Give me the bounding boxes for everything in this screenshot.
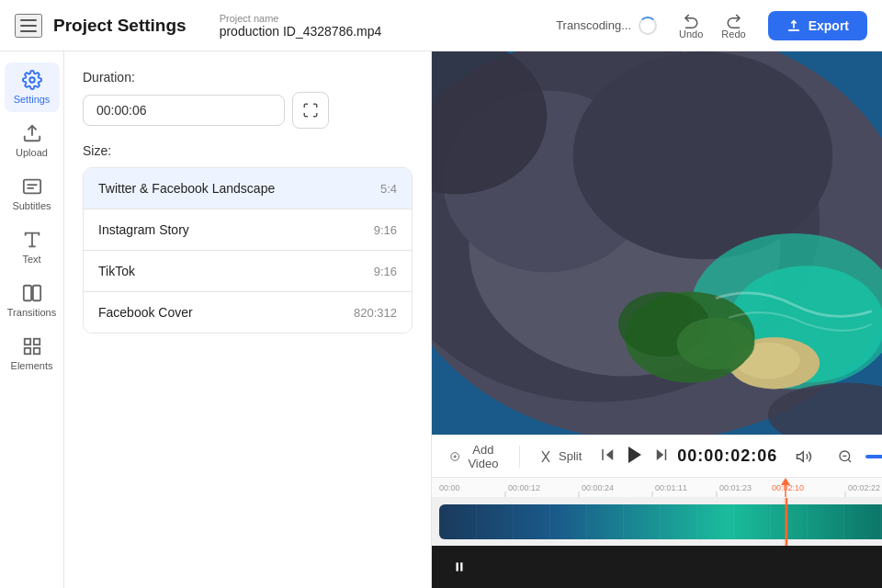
size-item-ratio-tiktok: 9:16: [374, 265, 397, 278]
undo-button[interactable]: Undo: [672, 8, 710, 43]
main-area: Settings Upload Subtitles Text Transitio…: [0, 51, 882, 588]
svg-rect-13: [33, 348, 39, 354]
svg-text:00:01:11: 00:01:11: [655, 483, 687, 492]
svg-text:00:02:10: 00:02:10: [772, 483, 804, 492]
play-button[interactable]: [624, 444, 646, 469]
svg-point-19: [573, 51, 833, 259]
skip-back-button[interactable]: [600, 447, 616, 466]
bottom-bar: +: [432, 546, 882, 588]
play-section: 00:00:02:06: [600, 444, 777, 469]
size-item-instagram[interactable]: Instagram Story 9:16: [84, 209, 412, 251]
zoom-out-button[interactable]: [831, 446, 860, 468]
svg-rect-11: [33, 339, 39, 345]
svg-marker-45: [797, 451, 804, 461]
track-clip[interactable]: [439, 504, 882, 539]
svg-text:00:00:12: 00:00:12: [508, 483, 540, 492]
svg-rect-12: [24, 348, 29, 354]
svg-line-47: [848, 459, 851, 462]
svg-text:00:01:23: 00:01:23: [719, 483, 752, 492]
controls-divider: [519, 446, 520, 468]
svg-text:00:02:22: 00:02:22: [848, 483, 880, 492]
sidebar: Settings Upload Subtitles Text Transitio…: [0, 51, 64, 588]
zoom-area: [831, 446, 882, 468]
size-item-name-facebook-cover: Facebook Cover: [98, 305, 193, 320]
duration-section: Duration:: [83, 70, 413, 129]
topbar-actions: Transcoding... Undo Redo Export: [556, 8, 867, 43]
size-item-facebook-cover[interactable]: Facebook Cover 820:312: [84, 292, 412, 333]
add-video-label: Add Video: [465, 443, 501, 470]
timeline-ruler: 00:00 00:00:12 00:00:24 00:01:11 00:01:2…: [432, 478, 882, 498]
svg-point-1: [29, 77, 35, 83]
svg-rect-3: [23, 180, 40, 194]
redo-button[interactable]: Redo: [714, 8, 752, 43]
aerial-photo: [432, 51, 882, 435]
size-item-twitter[interactable]: Twitter & Facebook Landscape 5:4: [84, 168, 412, 209]
sidebar-transitions-label: Transitions: [7, 307, 56, 318]
volume-button[interactable]: [788, 445, 820, 469]
size-label: Size:: [83, 143, 413, 158]
split-label: Split: [559, 449, 582, 463]
svg-point-26: [677, 318, 755, 370]
sidebar-item-upload[interactable]: Upload: [5, 116, 60, 165]
project-name-label: Project name: [220, 13, 279, 24]
svg-rect-10: [24, 339, 29, 345]
duration-label: Duration:: [83, 70, 413, 85]
sidebar-item-elements[interactable]: Elements: [5, 329, 60, 379]
play-time: 00:00:02:06: [677, 447, 777, 466]
sidebar-text-label: Text: [22, 254, 40, 265]
size-item-name-instagram: Instagram Story: [98, 222, 189, 237]
transcoding-label: Transcoding...: [556, 18, 631, 32]
skip-forward-button[interactable]: [653, 447, 670, 466]
hamburger-menu-button[interactable]: [15, 14, 42, 38]
size-item-ratio-instagram: 9:16: [374, 223, 397, 237]
duration-input[interactable]: [83, 95, 285, 126]
size-item-name-twitter: Twitter & Facebook Landscape: [98, 181, 275, 196]
page-title: Project Settings: [53, 16, 187, 36]
transcoding-status: Transcoding...: [556, 17, 657, 35]
timeline-track: [432, 498, 882, 546]
undo-redo-group: Undo Redo: [672, 8, 753, 43]
duration-row: [83, 92, 413, 129]
split-button[interactable]: Split: [531, 446, 589, 468]
timeline-area: Add Video Split 00:: [432, 435, 882, 588]
sidebar-settings-label: Settings: [14, 94, 51, 105]
svg-marker-44: [628, 447, 641, 463]
export-label: Export: [808, 18, 849, 33]
svg-text:00:00: 00:00: [439, 483, 460, 492]
volume-area: [788, 445, 820, 469]
svg-rect-81: [460, 562, 462, 571]
size-list-wrap: Twitter & Facebook Landscape 5:4 Instagr…: [83, 167, 413, 334]
sidebar-item-settings[interactable]: Settings: [5, 62, 60, 112]
left-panel: Duration: Size: Twitter & Facebook Lands…: [64, 51, 432, 588]
svg-text:00:00:24: 00:00:24: [582, 483, 614, 492]
project-name-area: Project name production ID_4328786.mp4: [201, 13, 542, 39]
size-section: Size: Twitter & Facebook Landscape 5:4 I…: [83, 143, 413, 570]
sidebar-item-text[interactable]: Text: [5, 222, 60, 272]
timeline-controls: Add Video Split 00:: [432, 435, 882, 478]
sidebar-subtitles-label: Subtitles: [12, 200, 51, 211]
export-button[interactable]: Export: [768, 11, 867, 40]
size-item-tiktok[interactable]: TikTok 9:16: [84, 251, 412, 292]
add-video-button[interactable]: Add Video: [443, 439, 508, 474]
size-item-ratio-facebook-cover: 820:312: [354, 306, 397, 320]
bottom-pause-button[interactable]: [447, 554, 472, 580]
preview-video: [432, 51, 882, 435]
size-item-name-tiktok: TikTok: [98, 264, 135, 278]
size-list: Twitter & Facebook Landscape 5:4 Instagr…: [83, 167, 413, 334]
svg-rect-8: [23, 286, 30, 301]
playhead: [786, 498, 787, 546]
topbar: Project Settings Project name production…: [0, 0, 882, 51]
transcoding-spinner: [639, 17, 657, 35]
size-item-ratio-twitter: 5:4: [380, 182, 397, 196]
project-name-value[interactable]: production ID_4328786.mp4: [220, 24, 382, 39]
sidebar-elements-label: Elements: [11, 360, 53, 371]
topbar-left: Project Settings: [15, 14, 187, 38]
preview-area: Add Video Split 00:: [432, 51, 882, 588]
svg-rect-0: [788, 29, 799, 31]
svg-rect-80: [457, 562, 458, 571]
swap-button[interactable]: [292, 92, 329, 129]
sidebar-item-subtitles[interactable]: Subtitles: [5, 169, 60, 219]
sidebar-item-transitions[interactable]: Transitions: [5, 276, 60, 325]
sidebar-upload-label: Upload: [16, 147, 48, 158]
zoom-slider[interactable]: [865, 455, 882, 458]
